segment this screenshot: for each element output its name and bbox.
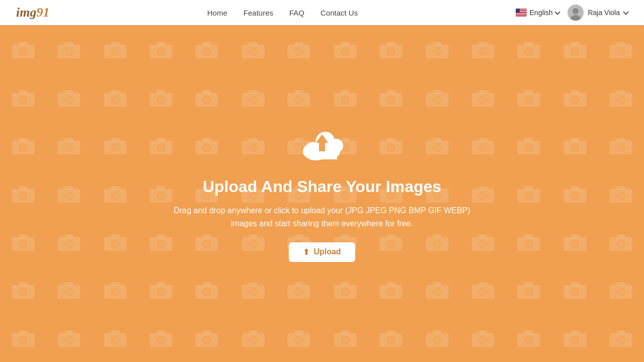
- nav-contact[interactable]: Contact Us: [320, 9, 358, 17]
- nav-faq[interactable]: FAQ: [289, 9, 304, 17]
- nav-right: English Raja Viola: [516, 5, 628, 21]
- svg-rect-286: [19, 234, 27, 238]
- svg-rect-61: [525, 42, 533, 46]
- svg-point-79: [64, 95, 73, 104]
- svg-rect-41: [341, 42, 349, 46]
- nav-home[interactable]: Home: [207, 9, 227, 17]
- bg-camera-icon: [506, 25, 552, 73]
- language-selector[interactable]: English: [516, 9, 560, 17]
- svg-point-409: [525, 288, 533, 296]
- svg-rect-381: [249, 283, 257, 287]
- svg-rect-213: [12, 189, 34, 203]
- svg-point-14: [111, 47, 119, 56]
- svg-rect-223: [104, 189, 126, 203]
- svg-point-444: [203, 336, 211, 344]
- svg-point-379: [249, 288, 257, 296]
- svg-point-455: [296, 337, 301, 342]
- bg-camera-icon: [598, 218, 644, 266]
- bg-camera-icon: [92, 73, 138, 122]
- svg-point-459: [341, 336, 349, 344]
- svg-rect-56: [478, 42, 487, 46]
- svg-point-32: [243, 46, 246, 48]
- bg-camera-icon: [138, 266, 184, 314]
- bg-camera-icon: [46, 169, 92, 218]
- svg-rect-228: [149, 189, 172, 203]
- svg-point-397: [381, 286, 383, 289]
- svg-rect-201: [525, 138, 533, 142]
- svg-rect-281: [617, 186, 625, 190]
- bg-camera-icon: [230, 25, 276, 73]
- svg-point-24: [203, 47, 211, 56]
- svg-point-264: [478, 192, 487, 200]
- svg-point-39: [341, 47, 349, 56]
- svg-point-90: [158, 97, 164, 102]
- svg-point-429: [64, 336, 73, 344]
- bg-camera-icon: [230, 73, 276, 122]
- bg-camera-icon: [506, 169, 552, 218]
- svg-point-414: [571, 288, 579, 296]
- svg-rect-386: [295, 283, 303, 287]
- bg-camera-icon: [460, 314, 506, 362]
- svg-rect-438: [149, 333, 172, 347]
- svg-point-410: [526, 290, 531, 295]
- svg-rect-458: [334, 333, 356, 347]
- svg-point-122: [427, 94, 430, 97]
- logo[interactable]: img91: [16, 5, 49, 20]
- svg-point-334: [478, 239, 487, 248]
- svg-rect-391: [341, 283, 349, 287]
- svg-rect-206: [571, 138, 579, 142]
- svg-point-359: [64, 288, 73, 296]
- svg-point-145: [21, 145, 26, 150]
- svg-rect-6: [19, 42, 27, 46]
- bg-camera-icon: [92, 266, 138, 314]
- svg-point-472: [427, 334, 430, 337]
- svg-rect-488: [610, 333, 632, 347]
- svg-point-439: [156, 336, 165, 344]
- svg-rect-336: [478, 234, 487, 238]
- nav-features[interactable]: Features: [244, 9, 273, 17]
- svg-rect-36: [295, 42, 303, 46]
- svg-rect-421: [617, 283, 625, 287]
- hero-section: Upload And Share Your Images Drag and dr…: [0, 25, 644, 362]
- svg-point-17: [105, 46, 108, 48]
- svg-point-80: [66, 97, 71, 102]
- svg-point-64: [571, 47, 579, 56]
- hero-subtitle: Drag and drop anywhere or click to uploa…: [171, 204, 473, 230]
- svg-rect-208: [610, 141, 632, 155]
- svg-rect-263: [471, 189, 494, 203]
- svg-rect-148: [58, 141, 80, 155]
- bg-camera-icon: [552, 314, 598, 362]
- svg-rect-216: [19, 186, 27, 190]
- svg-point-337: [473, 238, 475, 241]
- svg-point-284: [19, 239, 27, 248]
- svg-rect-13: [104, 44, 126, 58]
- svg-point-224: [111, 192, 119, 200]
- svg-point-419: [617, 288, 625, 296]
- svg-point-10: [66, 49, 71, 54]
- svg-point-484: [571, 336, 579, 344]
- svg-rect-68: [610, 44, 632, 58]
- svg-point-140: [618, 97, 623, 102]
- svg-rect-48: [426, 44, 448, 58]
- svg-point-360: [66, 290, 71, 295]
- svg-rect-426: [19, 330, 27, 334]
- bg-camera-icon: [46, 25, 92, 73]
- svg-point-77: [13, 94, 16, 97]
- svg-rect-301: [156, 234, 165, 238]
- svg-rect-411: [525, 283, 533, 287]
- svg-rect-283: [12, 237, 34, 251]
- upload-button[interactable]: ⬆ Upload: [289, 242, 355, 262]
- language-label: English: [530, 9, 553, 17]
- user-menu[interactable]: Raja Viola: [568, 5, 628, 21]
- svg-rect-26: [203, 42, 211, 46]
- svg-point-15: [112, 49, 117, 54]
- svg-rect-403: [471, 285, 494, 299]
- svg-point-65: [573, 49, 578, 54]
- svg-point-449: [249, 336, 257, 344]
- bg-camera-icon: [0, 73, 46, 122]
- svg-rect-478: [518, 333, 540, 347]
- svg-point-339: [525, 239, 533, 248]
- svg-point-142: [611, 94, 613, 97]
- svg-rect-116: [386, 90, 395, 94]
- svg-rect-158: [149, 141, 172, 155]
